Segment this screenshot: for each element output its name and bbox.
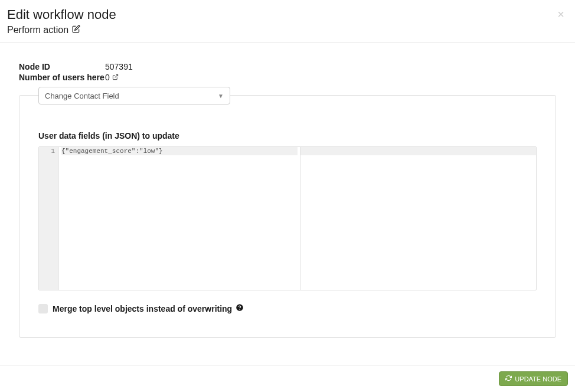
- merge-checkbox[interactable]: [38, 304, 48, 313]
- users-count: 0: [105, 73, 110, 82]
- update-node-button[interactable]: UPDATE NODE: [499, 371, 568, 386]
- merge-checkbox-row: Merge top level objects instead of overw…: [38, 303, 537, 313]
- action-panel-wrapper: Change Contact Field ▼ User data fields …: [19, 95, 556, 338]
- refresh-icon: [505, 375, 512, 383]
- external-link-icon[interactable]: [112, 73, 119, 82]
- edit-icon[interactable]: [72, 25, 80, 35]
- editor-gutter: 1: [39, 147, 59, 290]
- modal-title: Edit workflow node: [7, 7, 568, 22]
- action-type-dropdown[interactable]: Change Contact Field ▼: [38, 87, 230, 104]
- subtitle-text: Perform action: [7, 25, 68, 35]
- modal-footer: UPDATE NODE: [0, 365, 575, 392]
- modal-header: Edit workflow node Perform action ×: [0, 0, 575, 43]
- editor-pane: {"engagement_score":"low"}: [59, 147, 536, 290]
- update-button-label: UPDATE NODE: [515, 375, 561, 383]
- modal-subtitle: Perform action: [7, 25, 568, 35]
- svg-point-2: [239, 309, 240, 310]
- code-line-right: [300, 147, 537, 155]
- action-panel: User data fields (in JSON) to update 1 {…: [19, 95, 556, 338]
- merge-checkbox-label: Merge top level objects instead of overw…: [53, 303, 244, 313]
- node-id-label: Node ID: [19, 62, 105, 71]
- chevron-down-icon: ▼: [218, 93, 224, 99]
- merge-label-text: Merge top level objects instead of overw…: [53, 304, 232, 313]
- users-value: 0: [105, 73, 119, 82]
- code-line-1: {"engagement_score":"low"}: [61, 147, 298, 155]
- node-id-value: 507391: [105, 62, 133, 71]
- json-field-label: User data fields (in JSON) to update: [38, 131, 537, 141]
- modal-body: Node ID 507391 Number of users here 0 Ch…: [0, 43, 575, 338]
- line-number: 1: [39, 147, 58, 155]
- users-row: Number of users here 0: [19, 73, 556, 82]
- code-content: "engagement_score":"low": [66, 148, 159, 155]
- help-icon[interactable]: [236, 303, 244, 313]
- close-icon[interactable]: ×: [557, 8, 564, 20]
- node-id-row: Node ID 507391: [19, 62, 556, 71]
- dropdown-selected: Change Contact Field: [45, 92, 119, 100]
- editor-right[interactable]: [300, 147, 537, 290]
- svg-line-0: [115, 74, 117, 77]
- json-editor[interactable]: 1 {"engagement_score":"low"}: [38, 146, 537, 290]
- users-label: Number of users here: [19, 73, 105, 82]
- editor-left[interactable]: {"engagement_score":"low"}: [59, 147, 300, 290]
